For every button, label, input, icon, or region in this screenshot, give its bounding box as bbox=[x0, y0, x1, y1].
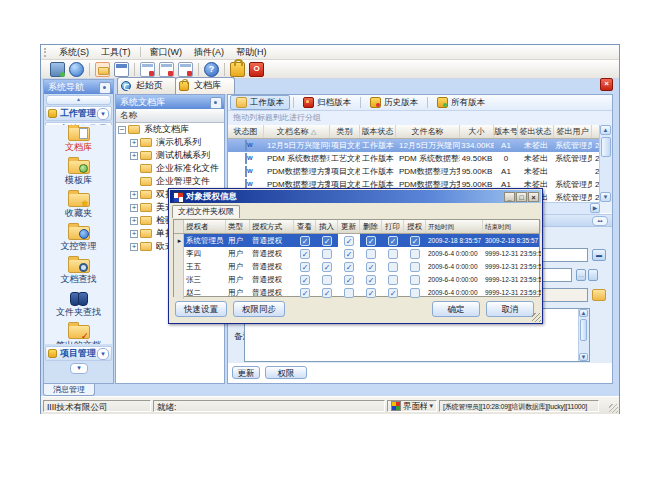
collapse-icon[interactable]: ▴▴ bbox=[592, 216, 608, 226]
table-row[interactable]: PDM数据整理方案.doc 项目文档 工作版本 PDM数据整理方案.doc 95… bbox=[228, 165, 600, 178]
close-icon[interactable]: × bbox=[528, 192, 539, 202]
globe-icon[interactable] bbox=[69, 62, 84, 77]
sidebar-more-button[interactable]: ▾ bbox=[70, 363, 88, 374]
update-button[interactable]: 更新 bbox=[232, 366, 260, 379]
insert-checkbox[interactable] bbox=[322, 249, 332, 259]
menu-tools[interactable]: 工具(T) bbox=[95, 45, 137, 59]
column-checkout-user[interactable]: 签出用户 bbox=[554, 125, 592, 138]
menu-system[interactable]: 系统(S) bbox=[53, 45, 95, 59]
column-type[interactable]: 类型 bbox=[226, 220, 250, 233]
expand-icon[interactable] bbox=[130, 152, 138, 160]
column-grantee[interactable]: 授权者 bbox=[184, 220, 226, 233]
permission-row[interactable]: 张三 用户 普通授权 2009-6-4 0:00:00 9999-12-31 2… bbox=[174, 273, 539, 286]
pin-icon[interactable] bbox=[210, 97, 222, 109]
column-print[interactable]: 打印 bbox=[382, 220, 404, 233]
sidebar-section-work[interactable]: 工作管理 ▾ bbox=[45, 106, 112, 121]
monitor-sync-icon[interactable] bbox=[50, 62, 65, 77]
column-auth-mode[interactable]: 授权方式 bbox=[250, 220, 294, 233]
scroll-right-icon[interactable]: ▶ bbox=[590, 203, 600, 213]
column-status-icon[interactable]: 状态图 bbox=[228, 125, 264, 138]
close-icon[interactable]: × bbox=[600, 78, 613, 91]
authorize-checkbox[interactable] bbox=[410, 249, 420, 259]
column-size[interactable]: 大小 bbox=[460, 125, 494, 138]
tab-all-version[interactable]: 所有版本 bbox=[431, 95, 491, 110]
column-category[interactable]: 类别 bbox=[330, 125, 360, 138]
sidebar-item[interactable]: 文控管理 bbox=[45, 226, 112, 257]
column-insert[interactable]: 插入 bbox=[316, 220, 338, 233]
folder-icon[interactable] bbox=[592, 289, 606, 301]
tab-start-page[interactable]: 起始页 bbox=[117, 77, 177, 94]
help-icon[interactable] bbox=[204, 62, 219, 77]
tab-working-version[interactable]: 工作版本 bbox=[230, 95, 290, 110]
update-checkbox[interactable] bbox=[344, 275, 354, 285]
ok-button[interactable]: 确定 bbox=[432, 301, 480, 317]
permission-row[interactable]: 李四 用户 普通授权 2009-6-4 0:00:00 9999-12-31 2… bbox=[174, 247, 539, 260]
sidebar-section-project[interactable]: 项目管理 ▾ bbox=[45, 346, 112, 361]
sidebar-scroll-up[interactable]: ▴ bbox=[46, 95, 111, 105]
column-view[interactable]: 查看 bbox=[294, 220, 316, 233]
permission-row[interactable]: 王五 用户 普通授权 2009-6-4 0:00:00 9999-12-31 2… bbox=[174, 260, 539, 273]
column-file-name[interactable]: 文件名称 bbox=[396, 125, 460, 138]
delete-checkbox[interactable] bbox=[366, 275, 376, 285]
ui-style-selector[interactable]: 界面样式 ▾ bbox=[387, 400, 437, 412]
expand-icon[interactable] bbox=[130, 243, 138, 251]
permission-row[interactable]: ▸ 系统管理员 用户 普通授权 2009-2-18 8:35:57 3009-2… bbox=[174, 234, 539, 247]
update-checkbox[interactable] bbox=[344, 262, 354, 272]
ellipsis-button[interactable]: … bbox=[576, 269, 586, 281]
sidebar-item[interactable]: 模板库 bbox=[45, 160, 112, 191]
view-checkbox[interactable] bbox=[300, 288, 310, 298]
update-checkbox[interactable] bbox=[344, 236, 354, 246]
print-checkbox[interactable] bbox=[388, 288, 398, 298]
message-management-tab[interactable]: 消息管理 bbox=[43, 384, 95, 396]
picker-button[interactable] bbox=[588, 269, 598, 281]
column-start-time[interactable]: 开始时间 bbox=[426, 220, 483, 233]
column-version-status[interactable]: 版本状态 bbox=[360, 125, 396, 138]
dialog-title-bar[interactable]: 对象授权信息 _ □ × bbox=[170, 190, 541, 203]
resize-grip[interactable] bbox=[609, 404, 618, 413]
expand-icon[interactable] bbox=[130, 230, 138, 238]
column-end-time[interactable]: 结束时间 bbox=[483, 220, 541, 233]
print-checkbox[interactable] bbox=[388, 275, 398, 285]
authorize-checkbox[interactable] bbox=[410, 262, 420, 272]
ellipsis-button[interactable]: ▬ bbox=[592, 249, 606, 261]
window-date-icon[interactable] bbox=[159, 62, 174, 77]
pin-icon[interactable] bbox=[99, 82, 111, 94]
delete-checkbox[interactable] bbox=[366, 249, 376, 259]
exit-icon[interactable] bbox=[249, 62, 264, 77]
update-checkbox[interactable] bbox=[344, 288, 354, 298]
scrollbar-thumb[interactable] bbox=[601, 137, 611, 157]
column-doc-name[interactable]: 文档名称 △ bbox=[264, 125, 330, 138]
open-folder-icon[interactable] bbox=[95, 62, 110, 77]
resize-grip[interactable] bbox=[532, 313, 541, 322]
minimize-icon[interactable]: _ bbox=[504, 192, 515, 202]
scroll-down-icon[interactable]: ▼ bbox=[579, 353, 588, 361]
expand-icon[interactable] bbox=[130, 191, 138, 199]
view-checkbox[interactable] bbox=[300, 275, 310, 285]
column-version-no[interactable]: 版本号 bbox=[494, 125, 518, 138]
insert-checkbox[interactable] bbox=[322, 236, 332, 246]
print-checkbox[interactable] bbox=[388, 236, 398, 246]
scroll-up-icon[interactable]: ▲ bbox=[600, 125, 611, 135]
delete-checkbox[interactable] bbox=[366, 262, 376, 272]
expand-icon[interactable] bbox=[130, 217, 138, 225]
permission-sync-button[interactable]: 权限同步 bbox=[233, 301, 285, 317]
insert-checkbox[interactable] bbox=[322, 288, 332, 298]
delete-checkbox[interactable] bbox=[366, 236, 376, 246]
sidebar-item[interactable]: 文件夹查找 bbox=[45, 292, 112, 323]
tree-column-header[interactable]: 名称 bbox=[116, 109, 224, 123]
tree-node[interactable]: 企业标准化文件 bbox=[116, 162, 224, 175]
permission-row[interactable]: 赵二 用户 普通授权 2009-6-4 0:00:00 9999-12-31 2… bbox=[174, 286, 539, 299]
permission-button[interactable]: 权限 bbox=[265, 366, 307, 379]
sidebar-item[interactable]: 文档库 bbox=[45, 127, 112, 158]
window-doc-icon[interactable] bbox=[140, 62, 155, 77]
insert-checkbox[interactable] bbox=[322, 275, 332, 285]
scroll-up-icon[interactable]: ▲ bbox=[579, 309, 588, 317]
tree-node[interactable]: 企业管理文件 bbox=[116, 175, 224, 188]
insert-checkbox[interactable] bbox=[322, 262, 332, 272]
cancel-button[interactable]: 取消 bbox=[486, 301, 534, 317]
menu-plugin[interactable]: 插件(A) bbox=[188, 45, 230, 59]
update-checkbox[interactable] bbox=[344, 249, 354, 259]
lock-icon[interactable] bbox=[230, 62, 245, 77]
authorize-checkbox[interactable] bbox=[410, 288, 420, 298]
view-checkbox[interactable] bbox=[300, 236, 310, 246]
